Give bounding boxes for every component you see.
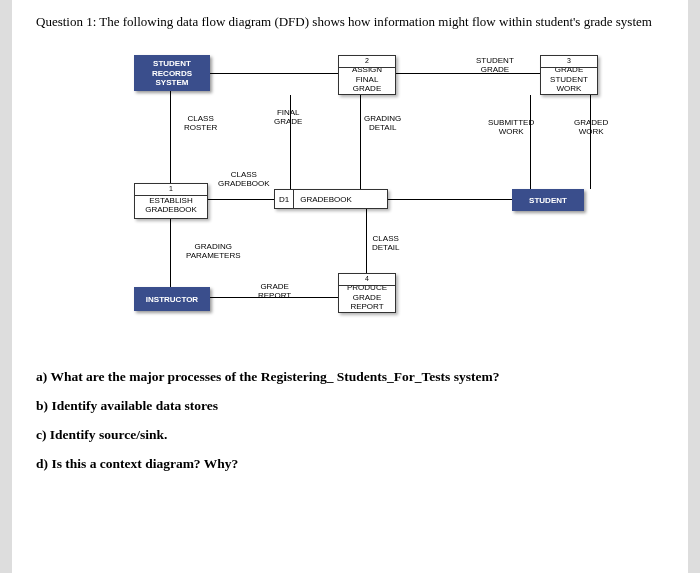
subquestions: a) What are the major processes of the R…	[36, 363, 664, 477]
dfd-diagram: STUDENTRECORDSSYSTEM INSTRUCTOR STUDENT …	[70, 43, 630, 333]
entity-student: STUDENT	[512, 189, 584, 211]
process-number: 3	[541, 57, 597, 67]
process-grade-student-work: 3 GRADESTUDENTWORK	[540, 55, 598, 95]
process-number: 1	[135, 185, 207, 195]
question-b: b) Identify available data stores	[36, 392, 664, 419]
flow-student-grade: STUDENTGRADE	[476, 57, 514, 75]
question-c: c) Identify source/sink.	[36, 421, 664, 448]
flow-class-gradebook: CLASSGRADEBOOK	[218, 171, 270, 189]
process-label: GRADESTUDENTWORK	[550, 65, 588, 94]
datastore-name: GRADEBOOK	[294, 190, 387, 208]
flow-submitted-work: SUBMITTEDWORK	[488, 119, 534, 137]
entity-instructor: INSTRUCTOR	[134, 287, 210, 311]
process-label: PRODUCEGRADEREPORT	[347, 283, 387, 312]
process-number: 2	[339, 57, 395, 67]
datastore-gradebook: D1 GRADEBOOK	[274, 189, 388, 209]
process-produce-grade-report: 4 PRODUCEGRADEREPORT	[338, 273, 396, 313]
flow-class-roster: CLASSROSTER	[184, 115, 217, 133]
question-header: Question 1: The following data flow diag…	[36, 10, 664, 33]
process-number: 4	[339, 275, 395, 285]
datastore-id: D1	[275, 190, 294, 208]
flow-graded-work: GRADEDWORK	[574, 119, 608, 137]
process-label: ESTABLISHGRADEBOOK	[145, 196, 197, 215]
process-establish-gradebook: 1 ESTABLISHGRADEBOOK	[134, 183, 208, 219]
question-a: a) What are the major processes of the R…	[36, 363, 664, 390]
question-a-text: a) What are the major processes of the R…	[36, 369, 499, 384]
process-assign-final-grade: 2 ASSIGNFINALGRADE	[338, 55, 396, 95]
entity-student-records: STUDENTRECORDSSYSTEM	[134, 55, 210, 91]
question-d: d) Is this a context diagram? Why?	[36, 450, 664, 477]
flow-grading-detail: GRADINGDETAIL	[364, 115, 401, 133]
process-label: ASSIGNFINALGRADE	[352, 65, 382, 94]
flow-final-grade: FINALGRADE	[274, 109, 302, 127]
flow-grading-parameters: GRADINGPARAMETERS	[186, 243, 241, 261]
flow-class-detail: CLASSDETAIL	[372, 235, 399, 253]
